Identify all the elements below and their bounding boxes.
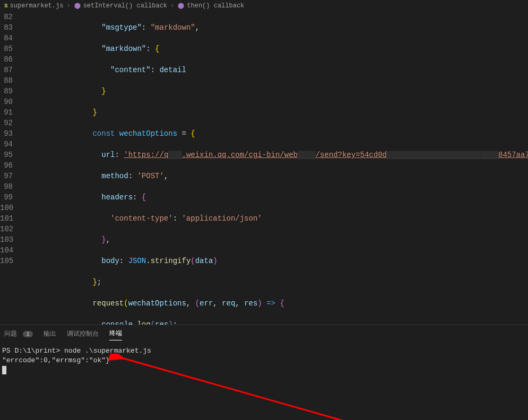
code-content[interactable]: "msgtype": "markdown", "markdown": { "co… bbox=[21, 12, 528, 325]
tab-output-label: 输出 bbox=[44, 330, 56, 338]
tab-problems[interactable]: 问题 1 bbox=[4, 327, 33, 340]
panel-tabs: 问题 1 输出 调试控制台 终端 bbox=[0, 325, 528, 342]
terminal-prompt: PS D:\1\print> bbox=[2, 347, 60, 355]
problems-badge: 1 bbox=[23, 331, 33, 337]
bottom-panel: 问题 1 输出 调试控制台 终端 PS D:\1\print> node .\s… bbox=[0, 325, 528, 420]
breadcrumb-callback1[interactable]: setInterval() callback bbox=[74, 2, 167, 10]
method-icon bbox=[74, 2, 81, 10]
method-icon bbox=[177, 2, 185, 10]
terminal[interactable]: PS D:\1\print> node .\supermarket.js "er… bbox=[0, 342, 528, 379]
terminal-command: node .\supermarket.js bbox=[64, 347, 151, 355]
breadcrumb-label: then() callback bbox=[187, 2, 244, 10]
editor[interactable]: 8283848586878889909192939495969798991001… bbox=[0, 12, 528, 325]
breadcrumb-file[interactable]: S supermarket.js bbox=[4, 2, 63, 10]
terminal-command-line: PS D:\1\print> node .\supermarket.js bbox=[2, 346, 526, 356]
tab-debug-label: 调试控制台 bbox=[67, 330, 99, 338]
breadcrumb-callback2[interactable]: then() callback bbox=[177, 2, 244, 10]
tab-terminal-label: 终端 bbox=[109, 330, 122, 337]
chevron-right-icon: › bbox=[170, 2, 174, 10]
tab-terminal[interactable]: 终端 bbox=[109, 327, 122, 340]
tab-output[interactable]: 输出 bbox=[44, 327, 56, 340]
tab-problems-label: 问题 bbox=[4, 330, 17, 338]
breadcrumb-file-label: supermarket.js bbox=[10, 2, 64, 10]
line-numbers: 8283848586878889909192939495969798991001… bbox=[0, 12, 21, 325]
breadcrumb: S supermarket.js › setInterval() callbac… bbox=[0, 0, 528, 12]
tab-debug[interactable]: 调试控制台 bbox=[67, 327, 99, 340]
js-icon: S bbox=[4, 3, 8, 9]
terminal-output: "errcode":0,"errmsg":"ok"} bbox=[2, 356, 526, 365]
breadcrumb-label: setInterval() callback bbox=[83, 2, 167, 10]
chevron-right-icon: › bbox=[66, 2, 70, 10]
terminal-cursor bbox=[2, 366, 6, 374]
